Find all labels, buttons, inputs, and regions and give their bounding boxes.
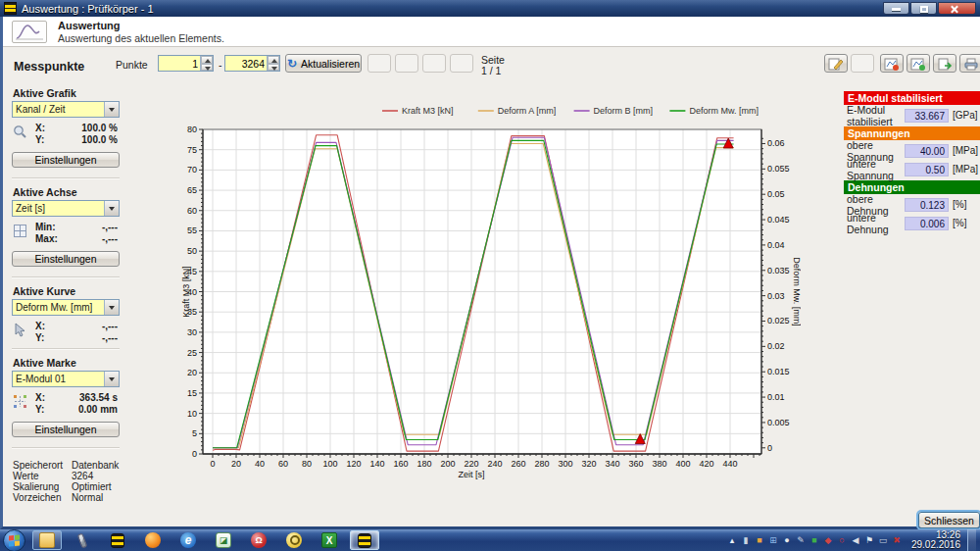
svg-text:0.01: 0.01 [767,392,785,402]
caliper-tool-icon [77,532,88,548]
volume-muted-icon[interactable]: ◀ [850,535,861,545]
punkte-from-input[interactable] [159,56,200,71]
punkte-from-stepper[interactable] [200,56,213,71]
chart-app-icon[interactable]: ■ [808,535,820,545]
grafik-einstellungen-button[interactable]: Einstellungen [12,152,120,168]
aktive-marke-label: Aktive Marke [13,357,120,369]
close-icon[interactable] [938,2,976,15]
info-value: 3264 [72,471,93,481]
taskbar-clock[interactable]: 13:26 29.02.2016 [911,530,960,550]
punkte-to-input[interactable] [225,56,267,71]
result-unit: [GPa] [949,110,980,121]
aktive-grafik-label: Aktive Grafik [13,87,120,99]
achse-range-rows: Min:-,--- Max:-,--- [12,222,120,245]
testxpert-active-button[interactable] [350,530,379,550]
punkte-to-stepper[interactable] [267,56,279,71]
windows-update-icon[interactable]: ⊞ [767,535,779,545]
svg-text:0: 0 [210,459,215,469]
svg-text:30: 30 [187,327,197,337]
start-button[interactable] [3,529,25,551]
result-value: 0.50 [905,163,949,176]
aktualisieren-button[interactable]: ↻ Aktualisieren [285,54,362,73]
svg-text:420: 420 [699,459,713,469]
security-lock-icon[interactable]: ■ [754,535,765,545]
windows-logo-icon [9,534,20,546]
red-app-icon: Ω [251,532,267,548]
svg-text:0.03: 0.03 [767,291,785,301]
info-row: SkalierungOptimiert [13,481,119,492]
aktive-achse-label: Aktive Achse [13,186,120,198]
svg-text:0.055: 0.055 [767,164,790,174]
nav-prev-button[interactable] [395,54,418,73]
svg-text:0.02: 0.02 [767,341,785,351]
svg-text:340: 340 [605,459,619,469]
pen-icon[interactable]: ✎ [795,535,807,545]
info-label: Vorzeichen [13,492,72,503]
red-app-button[interactable]: Ω [244,530,273,550]
aktive-achse-dropdown[interactable]: Zeit [s] [12,200,120,217]
testing-machine-button[interactable] [103,530,132,550]
usb-device-icon[interactable]: ▮ [740,535,752,545]
opera-icon[interactable]: ○ [836,535,848,545]
save-graphic-red-button[interactable] [880,54,904,73]
testxpert-active-icon [358,533,371,548]
sidebar-title: Messpunkte [14,60,120,74]
svg-text:400: 400 [675,459,690,469]
chart-area[interactable]: 0204060801001201401601802002202402602803… [181,100,801,489]
svg-text:280: 280 [534,459,549,469]
marke-einstellungen-button[interactable]: Einstellungen [12,422,120,437]
display-icon[interactable]: ▭ [877,535,889,545]
info-row: Werte3264 [13,471,119,481]
minimize-button[interactable] [883,2,909,15]
grafik-zoom-rows: X:100.0 % Y:100.0 % [12,123,120,146]
aktive-kurve-dropdown[interactable]: Deform Mw. [mm] [12,299,120,316]
chart-red-icon [884,58,900,71]
axis-range-icon [13,224,28,239]
svg-text:55: 55 [187,225,197,235]
svg-text:240: 240 [487,459,502,469]
svg-text:70: 70 [187,165,197,175]
hidden-icons-chevron[interactable]: ▴ [726,535,738,545]
caliper-tool-button[interactable] [68,530,97,550]
export-document-button[interactable] [933,54,956,73]
explorer-button[interactable] [32,530,62,550]
search-button[interactable] [279,530,309,550]
blank-tool-button[interactable] [851,54,874,73]
result-unit: [%] [949,218,980,228]
maximize-button[interactable] [910,2,937,15]
svg-text:0.035: 0.035 [767,266,790,276]
svg-text:220: 220 [464,459,478,469]
network-icon[interactable]: ◆ [822,535,834,545]
result-row: untere Spannung0.50[MPa] [844,162,980,176]
nav-first-button[interactable] [368,54,391,73]
flag-icon[interactable]: ⚑ [863,535,875,545]
chevron-down-icon [104,300,119,315]
excel-button[interactable]: X [315,530,344,550]
internet-explorer-button[interactable]: e [173,530,203,550]
firefox-button[interactable] [138,530,168,550]
aktive-marke-dropdown[interactable]: E-Modul 01 [12,371,120,387]
svg-text:60: 60 [187,206,197,216]
nav-last-button[interactable] [450,54,473,73]
marke-position-rows: X:363.54 s Y:0.00 mm [12,392,120,416]
ball-icon[interactable]: ● [781,535,793,545]
divider [12,276,120,278]
save-graphic-green-button[interactable] [906,54,930,73]
aktive-grafik-dropdown[interactable]: Kanal / Zeit [12,101,120,118]
pin-icon[interactable]: ✖ [891,535,903,545]
show-desktop-button[interactable] [967,529,976,551]
schliessen-button[interactable]: Schliessen [918,512,980,528]
info-value: Datenbank [72,460,119,471]
nav-next-button[interactable] [422,54,446,73]
edit-report-button[interactable] [824,54,848,73]
svg-text:20: 20 [187,368,197,377]
result-row: obere Dehnung0.123[%] [844,197,980,212]
info-row: VorzeichenNormal [13,492,119,503]
measurement-chart[interactable]: 0204060801001201401601802002202402602803… [181,100,801,489]
printer-icon [963,58,979,71]
print-button[interactable] [959,54,980,73]
divider [12,447,120,449]
svg-text:5: 5 [192,428,197,438]
photo-viewer-button[interactable]: ◪ [209,530,238,550]
achse-einstellungen-button[interactable]: Einstellungen [12,251,120,267]
